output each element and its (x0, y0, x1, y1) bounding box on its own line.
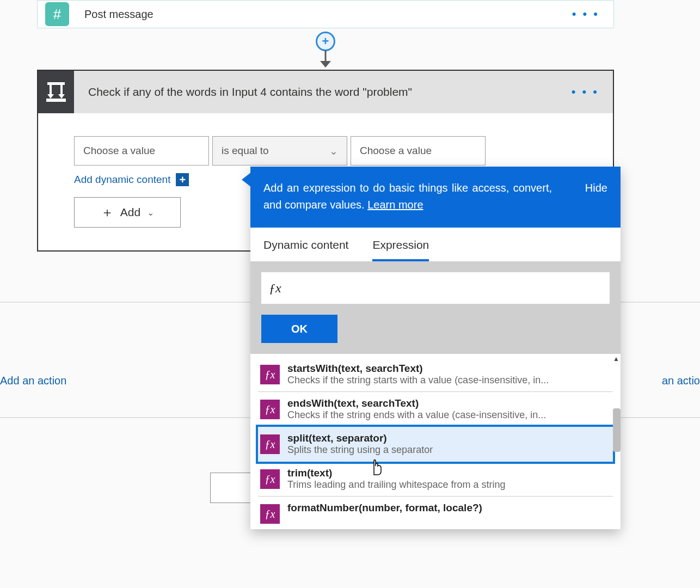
function-name: endsWith(text, searchText) (287, 397, 611, 409)
function-name: startsWith(text, searchText) (287, 363, 611, 375)
fx-badge-icon: ƒx (260, 469, 280, 489)
post-message-title: Post message (84, 8, 153, 21)
fx-badge-icon: ƒx (260, 400, 280, 419)
function-texts: formatNumber(number, format, locale?) (287, 502, 611, 524)
function-name: trim(text) (287, 467, 611, 479)
arrow-down-icon (317, 50, 334, 68)
value-right-input[interactable]: Choose a value (351, 136, 486, 166)
add-action-right-link[interactable]: an actio (662, 375, 700, 387)
condition-title: Check if any of the words in Input 4 con… (88, 85, 412, 99)
function-name: formatNumber(number, format, locale?) (287, 502, 611, 514)
function-texts: endsWith(text, searchText)Checks if the … (287, 397, 611, 421)
slack-icon-wrap: # (41, 0, 73, 30)
post-message-menu[interactable]: • • • (572, 7, 599, 21)
add-dynamic-content-link[interactable]: Add dynamic content (74, 174, 170, 186)
condition-menu[interactable]: • • • (572, 85, 599, 99)
flow-connector: + (309, 29, 342, 68)
condition-header[interactable]: Check if any of the words in Input 4 con… (38, 71, 613, 113)
function-name: split(text, separator) (287, 432, 611, 444)
flyout-header-text: Add an expression to do basic things lik… (263, 180, 552, 213)
scroll-up-icon[interactable]: ▲ (613, 355, 619, 363)
expression-input-area: ƒx OK (250, 261, 621, 354)
svg-rect-7 (46, 99, 66, 102)
chevron-down-icon: ⌄ (147, 207, 154, 218)
tab-expression[interactable]: Expression (372, 238, 429, 261)
add-button-label: Add (120, 206, 140, 219)
svg-marker-6 (58, 94, 65, 99)
svg-marker-5 (47, 94, 54, 99)
function-list: ƒxstartsWith(text, searchText)Checks if … (250, 354, 621, 529)
value-left-input[interactable]: Choose a value (74, 136, 209, 166)
function-item[interactable]: ƒxsplit(text, separator)Splits the strin… (258, 427, 613, 462)
hide-flyout-button[interactable]: Hide (585, 180, 607, 213)
function-description: Checks if the string starts with a value… (287, 375, 611, 386)
fx-badge-icon: ƒx (260, 434, 280, 454)
function-item[interactable]: ƒxendsWith(text, searchText)Checks if th… (258, 392, 613, 427)
operator-dropdown[interactable]: is equal to ⌄ (212, 136, 347, 166)
tab-dynamic-content[interactable]: Dynamic content (263, 238, 348, 261)
condition-row: Choose a value is equal to ⌄ Choose a va… (74, 136, 613, 166)
fx-badge-icon: ƒx (260, 365, 280, 384)
condition-icon (38, 71, 74, 113)
expression-input[interactable]: ƒx (261, 272, 610, 304)
function-texts: trim(text)Trims leading and trailing whi… (287, 467, 611, 491)
function-item[interactable]: ƒxstartsWith(text, searchText)Checks if … (258, 357, 613, 392)
chevron-down-icon: ⌄ (329, 145, 338, 157)
add-action-left-label: Add an action (0, 375, 66, 387)
branch-icon (45, 81, 67, 103)
function-item[interactable]: ƒxformatNumber(number, format, locale?) (258, 497, 613, 529)
flyout-header: Add an expression to do basic things lik… (250, 167, 621, 228)
ok-button[interactable]: OK (261, 315, 337, 343)
function-texts: startsWith(text, searchText)Checks if th… (287, 363, 611, 386)
hash-icon: # (45, 2, 69, 26)
insert-step-button[interactable]: + (316, 32, 335, 51)
function-description: Checks if the string ends with a value (… (287, 409, 611, 421)
plus-icon: ＋ (101, 204, 114, 221)
function-item[interactable]: ƒxtrim(text)Trims leading and trailing w… (258, 462, 613, 497)
svg-rect-2 (47, 82, 65, 85)
operator-label: is equal to (222, 145, 269, 157)
function-list-wrap: ▲ ƒxstartsWith(text, searchText)Checks i… (250, 354, 621, 529)
svg-marker-1 (320, 61, 331, 68)
flyout-tabs: Dynamic content Expression (250, 228, 621, 261)
function-texts: split(text, separator)Splits the string … (287, 432, 611, 456)
expression-flyout: Add an expression to do basic things lik… (250, 167, 621, 529)
scrollbar-thumb[interactable] (613, 408, 621, 452)
add-condition-button[interactable]: ＋ Add ⌄ (74, 197, 181, 228)
learn-more-link[interactable]: Learn more (367, 199, 423, 211)
function-description: Trims leading and trailing whitespace fr… (287, 479, 611, 491)
post-message-card[interactable]: # Post message • • • (37, 0, 614, 28)
function-description: Splits the string using a separator (287, 444, 611, 456)
flyout-pointer (242, 172, 251, 187)
add-dynamic-plus-icon[interactable]: + (176, 173, 189, 186)
fx-badge-icon: ƒx (260, 504, 280, 524)
add-action-left-link[interactable]: Add an action (0, 375, 66, 387)
